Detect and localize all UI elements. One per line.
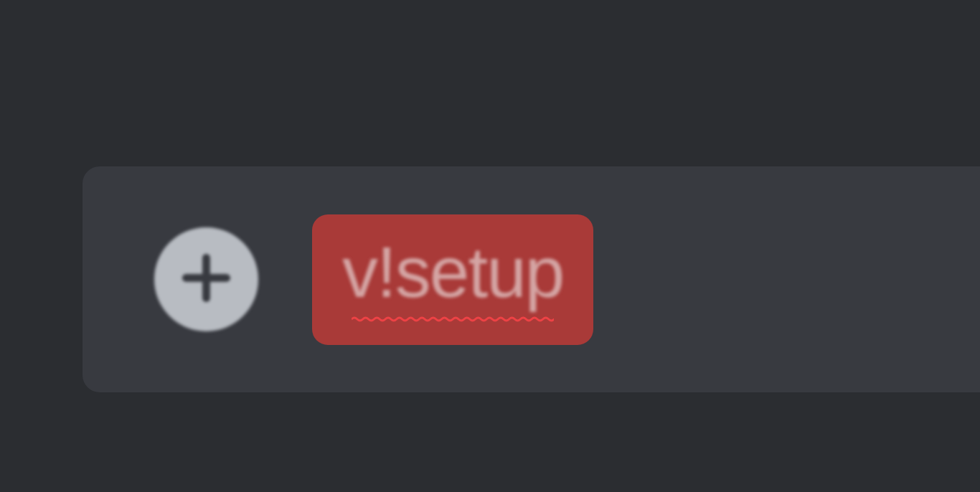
plus-icon [179,251,233,308]
attach-button[interactable] [154,227,258,331]
input-text-wrapper[interactable]: v!setup [312,214,593,345]
message-input-text[interactable]: v!setup [342,232,563,312]
text-selection-highlight: v!setup [312,214,593,345]
message-input-container[interactable]: v!setup [83,166,980,392]
spellcheck-underline [352,312,554,318]
